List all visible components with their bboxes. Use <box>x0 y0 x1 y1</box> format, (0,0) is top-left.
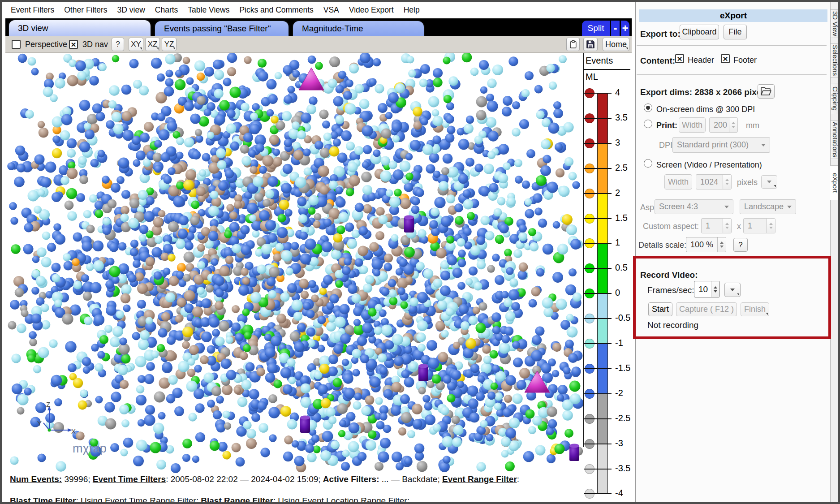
save-button[interactable] <box>583 38 598 51</box>
spinner-arrows-icon[interactable] <box>723 175 731 189</box>
export-dims-label: Export dims: 2838 x 2066 pixels <box>640 87 768 97</box>
home-button[interactable]: Home <box>603 38 629 51</box>
browse-folder-button[interactable] <box>758 84 775 99</box>
help-button[interactable]: ? <box>112 38 124 51</box>
screen-width-spinner[interactable]: 1024 <box>696 174 732 190</box>
spinner-arrows-icon[interactable] <box>723 219 731 233</box>
dropdown-caret-icon <box>787 206 792 208</box>
ml-color-scale[interactable]: 43.532.521.510.50-0.5-1-1.5-2-2.5-3-3.5-… <box>584 53 631 502</box>
dropdown-corner-icon <box>156 47 159 50</box>
export-panel: eXport Export to: Clipboard File Content… <box>635 2 830 502</box>
mm-label: mm <box>746 121 759 130</box>
menu-help[interactable]: Help <box>399 5 425 15</box>
spinner-arrows-icon[interactable] <box>729 118 737 132</box>
print-width-spinner[interactable]: 200 <box>709 117 738 133</box>
onscreen-dims-label: On-screen dims @ 300 DPI <box>656 105 755 114</box>
export-to-label: Export to: <box>640 29 681 39</box>
content-label: Content: <box>640 56 675 66</box>
side-tab-annotations[interactable]: Annotations <box>831 121 840 159</box>
save-icon <box>586 39 595 49</box>
menu-picks-and-comments[interactable]: Picks and Comments <box>234 5 318 15</box>
screen-width-button[interactable]: Width <box>664 174 692 190</box>
print-width-button[interactable]: Width <box>679 117 706 133</box>
tab-bar: 3D view Events passing "Base Filter" Mag… <box>5 18 632 36</box>
export-file-button[interactable]: File <box>724 25 747 39</box>
dropdown-corner-icon <box>626 47 628 50</box>
details-scale-help-button[interactable]: ? <box>733 238 748 252</box>
tab-3d-view[interactable]: 3D view <box>8 19 151 36</box>
details-scale-label: Details scale: <box>638 241 686 250</box>
dropdown-caret-icon <box>761 144 766 146</box>
menu-3d-view[interactable]: 3D view <box>112 5 150 15</box>
tab-magnitude-time[interactable]: Magnitude-Time <box>292 20 425 36</box>
separator <box>637 45 827 46</box>
print-label: Print: <box>656 121 677 130</box>
screen-radio-label: Screen (Video / Presentation) <box>656 160 762 170</box>
dropdown-caret-icon <box>767 181 771 183</box>
menu-vsa[interactable]: VSA <box>319 5 344 15</box>
copy-to-clipboard-button[interactable] <box>566 38 580 51</box>
header-checkbox-label: Header <box>688 56 714 65</box>
side-tab-clipping[interactable]: Clipping <box>831 83 840 114</box>
folder-icon <box>760 86 772 96</box>
record-video-highlight <box>633 256 831 339</box>
blast-cylinder-marker <box>300 416 310 433</box>
3d-view-canvas[interactable]: ZYXmχrap <box>5 53 583 473</box>
side-tab-export[interactable]: eXport <box>830 165 840 200</box>
export-clipboard-button[interactable]: Clipboard <box>680 25 719 39</box>
dropdown-corner-icon <box>173 47 175 50</box>
svg-text:X: X <box>71 427 76 435</box>
print-radio[interactable] <box>644 120 652 128</box>
events-legend: Events ML 43.532.521.510.50-0.5-1-1.5-2-… <box>584 53 631 502</box>
spinner-arrows-icon[interactable] <box>767 219 775 233</box>
footer-checkbox-label: Footer <box>733 56 757 65</box>
view-yz-button[interactable]: YZ <box>162 38 177 51</box>
view-xy-button[interactable]: XY <box>129 38 143 51</box>
orientation-dropdown[interactable]: Landscape <box>740 199 796 214</box>
pixels-label: pixels <box>737 178 758 187</box>
screen-radio[interactable] <box>644 159 652 168</box>
view-xz-button[interactable]: XZ <box>145 38 160 51</box>
menu-table-views[interactable]: Table Views <box>183 5 234 15</box>
onscreen-dims-radio[interactable] <box>644 103 652 112</box>
custom-aspect-x-spinner[interactable]: 1 <box>701 218 732 233</box>
dropdown-corner-icon <box>774 185 776 187</box>
screen-size-dropdown-button[interactable] <box>761 175 777 189</box>
blast-cylinder-marker <box>418 364 428 382</box>
event-scatter-scene: ZYXmχrap <box>5 53 583 473</box>
custom-aspect-label: Custom aspect: <box>643 222 699 231</box>
perspective-label: Perspective <box>25 40 67 49</box>
add-tab-button[interactable]: + <box>620 21 629 36</box>
blast-cylinder-marker <box>404 215 414 233</box>
clipboard-icon <box>569 39 577 49</box>
menu-video-export[interactable]: Video Export <box>344 5 399 15</box>
status-line-events: Num Events: 39996; Event Time Filters: 2… <box>10 474 519 484</box>
3d-nav-label: 3D nav <box>82 40 108 49</box>
view-toolbar: Perspective 3D nav ? XY XZ YZ Home <box>5 36 632 53</box>
mxrap-logo: mχrap <box>73 442 107 455</box>
dropdown-corner-icon <box>140 47 142 50</box>
details-scale-spinner[interactable]: 100 % <box>686 237 726 252</box>
perspective-checkbox[interactable] <box>12 40 21 49</box>
header-checkbox[interactable] <box>675 54 684 63</box>
dpi-dropdown[interactable]: Standard print (300) <box>672 137 770 153</box>
separator <box>637 74 827 75</box>
footer-checkbox[interactable] <box>721 54 730 63</box>
menu-event-filters[interactable]: Event Filters <box>6 5 59 15</box>
split-button[interactable]: Split <box>582 21 610 36</box>
menu-charts[interactable]: Charts <box>150 5 183 15</box>
side-tab-3d-view[interactable]: 3D View <box>831 9 840 38</box>
aspect-dropdown[interactable]: Screen 4:3 <box>655 199 733 214</box>
menu-other-filters[interactable]: Other Filters <box>59 5 112 15</box>
custom-aspect-y-spinner[interactable]: 1 <box>743 218 775 233</box>
remove-tab-button[interactable]: - <box>610 21 620 36</box>
spinner-arrows-icon[interactable] <box>717 237 726 252</box>
side-tab-selections[interactable]: Selections <box>831 43 840 78</box>
separator <box>637 196 827 196</box>
dpi-label: DPI <box>659 141 672 150</box>
3d-nav-checkbox[interactable] <box>69 40 78 49</box>
panel-title: eXport <box>639 9 827 22</box>
tab-events-passing-base-filter[interactable]: Events passing "Base Filter" <box>154 20 289 36</box>
dropdown-caret-icon <box>724 206 729 208</box>
aspect-label: Asp: <box>640 203 656 212</box>
